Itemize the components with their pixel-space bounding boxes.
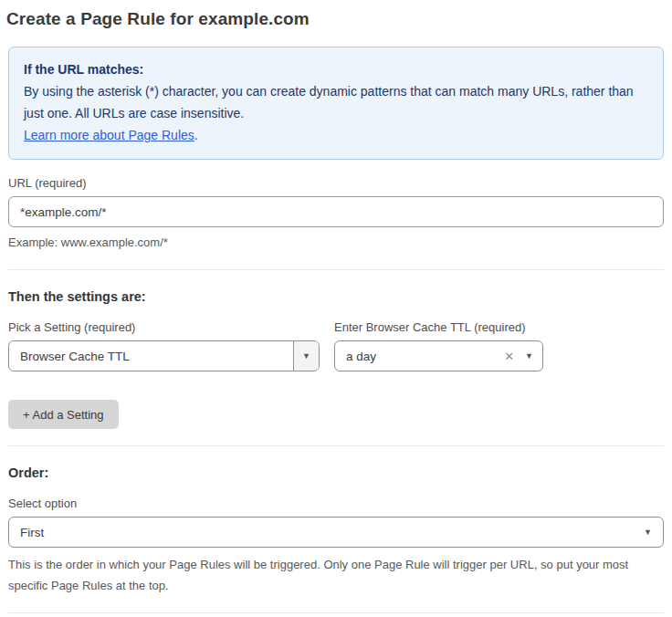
setting-picker-value: Browser Cache TTL bbox=[9, 350, 293, 363]
link-suffix: . bbox=[194, 128, 198, 142]
info-box-heading: If the URL matches: bbox=[24, 58, 648, 80]
clear-selection-icon[interactable]: ✕ bbox=[504, 350, 514, 363]
add-setting-button[interactable]: + Add a Setting bbox=[8, 400, 119, 429]
chevron-down-icon: ▼ bbox=[302, 352, 310, 361]
url-input[interactable] bbox=[8, 196, 664, 227]
settings-row: Pick a Setting (required) Browser Cache … bbox=[8, 304, 664, 371]
chevron-down-icon: ▼ bbox=[644, 528, 652, 537]
chevron-down-icon: ▼ bbox=[525, 352, 533, 361]
info-box-link-line: Learn more about Page Rules. bbox=[24, 124, 648, 146]
ttl-picker-value: a day bbox=[335, 350, 504, 363]
order-select-label: Select option bbox=[8, 497, 664, 510]
page-title: Create a Page Rule for example.com bbox=[6, 9, 664, 29]
learn-more-link[interactable]: Learn more about Page Rules bbox=[24, 128, 194, 142]
ttl-picker-dropdown[interactable]: a day ✕ ▼ bbox=[334, 340, 543, 371]
url-field-label: URL (required) bbox=[8, 176, 664, 190]
divider bbox=[8, 612, 664, 613]
order-helper-text: This is the order in which your Page Rul… bbox=[8, 554, 660, 596]
page-rule-form: Create a Page Rule for example.com If th… bbox=[0, 9, 672, 617]
setting-picker-arrow-box[interactable]: ▼ bbox=[293, 341, 319, 371]
ttl-picker-group: Enter Browser Cache TTL (required) a day… bbox=[334, 304, 543, 371]
setting-picker-dropdown[interactable]: Browser Cache TTL ▼ bbox=[8, 340, 320, 371]
ttl-picker-label: Enter Browser Cache TTL (required) bbox=[334, 320, 543, 334]
setting-picker-label: Pick a Setting (required) bbox=[8, 320, 320, 334]
divider bbox=[8, 269, 664, 270]
url-helper-text: Example: www.example.com/* bbox=[8, 233, 664, 253]
order-select-value: First bbox=[20, 526, 44, 539]
divider bbox=[8, 445, 664, 446]
settings-section-heading: Then the settings are: bbox=[8, 289, 664, 304]
order-select[interactable]: First ▼ bbox=[8, 517, 664, 548]
info-box-body: By using the asterisk (*) character, you… bbox=[24, 80, 648, 124]
setting-picker-group: Pick a Setting (required) Browser Cache … bbox=[8, 304, 320, 371]
url-match-info-box: If the URL matches: By using the asteris… bbox=[8, 47, 664, 160]
order-section-heading: Order: bbox=[8, 465, 664, 480]
